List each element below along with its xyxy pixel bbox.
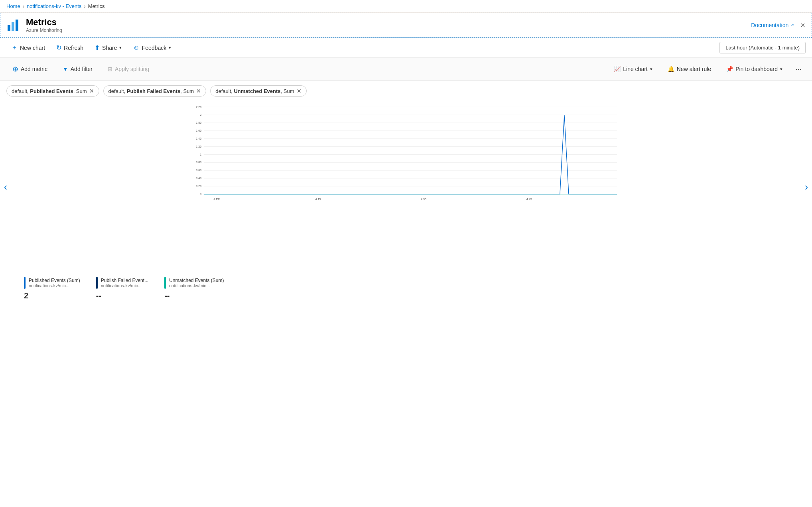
time-selector-button[interactable]: Last hour (Automatic - 1 minute)	[719, 42, 806, 53]
header-title-block: Metrics Azure Monitoring	[26, 17, 62, 33]
legend-value-1: --	[96, 291, 148, 300]
header-panel: Metrics Azure Monitoring Documentation ↗…	[0, 13, 812, 38]
metrics-icon	[7, 18, 21, 32]
svg-text:0.60: 0.60	[196, 169, 201, 172]
svg-text:4 PM: 4 PM	[214, 198, 221, 201]
share-button[interactable]: ⬆ Share ▾	[90, 41, 126, 54]
page-title: Metrics	[26, 17, 62, 28]
close-button[interactable]: ×	[800, 21, 805, 29]
chart-toolbar: ⊕ Add metric ▼ Add filter ⊞ Apply splitt…	[0, 58, 812, 81]
line-chart-icon: 📈	[614, 66, 621, 72]
svg-text:4:30: 4:30	[421, 198, 426, 201]
legend-value-2: --	[164, 291, 224, 300]
breadcrumb-home[interactable]: Home	[6, 3, 20, 9]
legend-sub-2: notifications-kv/mic...	[169, 283, 224, 288]
svg-rect-1	[12, 22, 14, 31]
new-alert-rule-button[interactable]: 🔔 New alert rule	[662, 63, 717, 75]
line-chart-button[interactable]: 📈 Line chart ▾	[608, 63, 658, 75]
share-icon: ⬆	[95, 44, 100, 51]
pin-icon: 📌	[726, 66, 733, 72]
apply-splitting-button[interactable]: ⊞ Apply splitting	[102, 63, 155, 75]
svg-text:2.20: 2.20	[196, 106, 201, 109]
metric-tag-1-text: default, Publish Failed Events, Sum	[108, 88, 194, 94]
feedback-button[interactable]: ☺ Feedback ▾	[128, 42, 176, 54]
breadcrumb-resource[interactable]: notifications-kv - Events	[27, 3, 81, 9]
line-chart-label: Line chart	[623, 66, 647, 72]
share-chevron-icon: ▾	[119, 45, 122, 50]
svg-text:0.80: 0.80	[196, 161, 201, 164]
new-chart-label: New chart	[20, 45, 45, 51]
legend-color-0	[24, 277, 26, 289]
header: Metrics Azure Monitoring Documentation ↗…	[0, 13, 812, 37]
svg-text:4:15: 4:15	[315, 198, 321, 201]
documentation-link[interactable]: Documentation ↗	[751, 22, 794, 28]
share-label: Share	[102, 45, 117, 51]
legend-value-0: 2	[24, 291, 80, 300]
svg-rect-0	[8, 25, 10, 31]
page-subtitle: Azure Monitoring	[26, 28, 62, 33]
new-alert-rule-label: New alert rule	[677, 66, 711, 72]
svg-text:4:45: 4:45	[526, 198, 532, 201]
pin-to-dashboard-button[interactable]: 📌 Pin to dashboard ▾	[720, 63, 788, 75]
legend-sub-0: notifications-kv/mic...	[29, 283, 80, 288]
metric-tag-1[interactable]: default, Publish Failed Events, Sum ✕	[103, 85, 207, 97]
filter-icon: ▼	[63, 66, 68, 72]
svg-rect-2	[16, 20, 18, 31]
alert-icon: 🔔	[668, 66, 674, 72]
legend-title-0: Published Events (Sum)	[29, 278, 80, 283]
refresh-label: Refresh	[64, 45, 83, 51]
add-filter-button[interactable]: ▼ Add filter	[57, 63, 99, 75]
more-options-button[interactable]: ···	[792, 63, 806, 76]
main-toolbar: ＋ New chart ↻ Refresh ⬆ Share ▾ ☺ Feedba…	[0, 38, 812, 58]
svg-text:0.20: 0.20	[196, 185, 201, 188]
documentation-label: Documentation	[751, 22, 788, 28]
pin-chevron-icon: ▾	[780, 67, 782, 72]
apply-splitting-label: Apply splitting	[115, 66, 149, 72]
line-chart-chevron-icon: ▾	[650, 67, 652, 72]
legend-sub-1: notifications-kv/mic...	[101, 283, 148, 288]
legend-item-1: Publish Failed Event... notifications-kv…	[96, 277, 148, 300]
legend-title-1: Publish Failed Event...	[101, 278, 148, 283]
metric-tag-0-remove[interactable]: ✕	[89, 88, 94, 94]
svg-text:0: 0	[200, 193, 201, 196]
legend-item-2: Unmatched Events (Sum) notifications-kv/…	[164, 277, 224, 300]
legend-color-1	[96, 277, 98, 289]
legend-title-2: Unmatched Events (Sum)	[169, 278, 224, 283]
feedback-label: Feedback	[142, 45, 166, 51]
plus-icon: ＋	[11, 43, 18, 52]
breadcrumb: Home › notifications-kv - Events › Metri…	[0, 0, 812, 13]
main-chart: 2.20 2 1.80 1.60 1.40 1.20 1 0.80 0.60 0…	[12, 101, 800, 273]
new-chart-button[interactable]: ＋ New chart	[6, 41, 50, 54]
external-link-icon: ↗	[790, 22, 794, 28]
feedback-icon: ☺	[133, 44, 139, 51]
svg-text:1.60: 1.60	[196, 129, 201, 132]
add-metric-icon: ⊕	[12, 65, 18, 73]
svg-text:0.40: 0.40	[196, 177, 201, 180]
metric-tag-2[interactable]: default, Unmatched Events, Sum ✕	[210, 85, 306, 97]
chart-nav-right-button[interactable]: ›	[805, 181, 808, 193]
header-right: Documentation ↗ ×	[751, 21, 805, 29]
metric-tags: default, Published Events, Sum ✕ default…	[0, 81, 812, 101]
chart-nav-left-button[interactable]: ‹	[4, 181, 7, 193]
refresh-button[interactable]: ↻ Refresh	[51, 41, 88, 54]
metric-tag-1-remove[interactable]: ✕	[196, 88, 201, 94]
legend-item-0: Published Events (Sum) notifications-kv/…	[24, 277, 80, 300]
metric-tag-0[interactable]: default, Published Events, Sum ✕	[6, 85, 99, 97]
breadcrumb-current: Metrics	[88, 3, 105, 9]
svg-text:2: 2	[200, 113, 201, 116]
add-filter-label: Add filter	[71, 66, 93, 72]
svg-text:1.80: 1.80	[196, 121, 201, 124]
svg-text:1.40: 1.40	[196, 137, 201, 140]
split-icon: ⊞	[108, 66, 112, 72]
svg-text:1.20: 1.20	[196, 145, 201, 148]
legend: Published Events (Sum) notifications-kv/…	[0, 273, 812, 307]
svg-text:1: 1	[200, 153, 201, 156]
add-metric-label: Add metric	[21, 66, 47, 72]
metric-tag-2-remove[interactable]: ✕	[297, 88, 302, 94]
header-left: Metrics Azure Monitoring	[7, 17, 62, 33]
pin-to-dashboard-label: Pin to dashboard	[735, 66, 778, 72]
add-metric-button[interactable]: ⊕ Add metric	[6, 62, 53, 76]
refresh-icon: ↻	[56, 44, 61, 51]
chart-container: ‹ › 2.20 2 1.80 1.60 1.40 1.20 1 0.80 0.…	[12, 101, 800, 273]
legend-color-2	[164, 277, 166, 289]
